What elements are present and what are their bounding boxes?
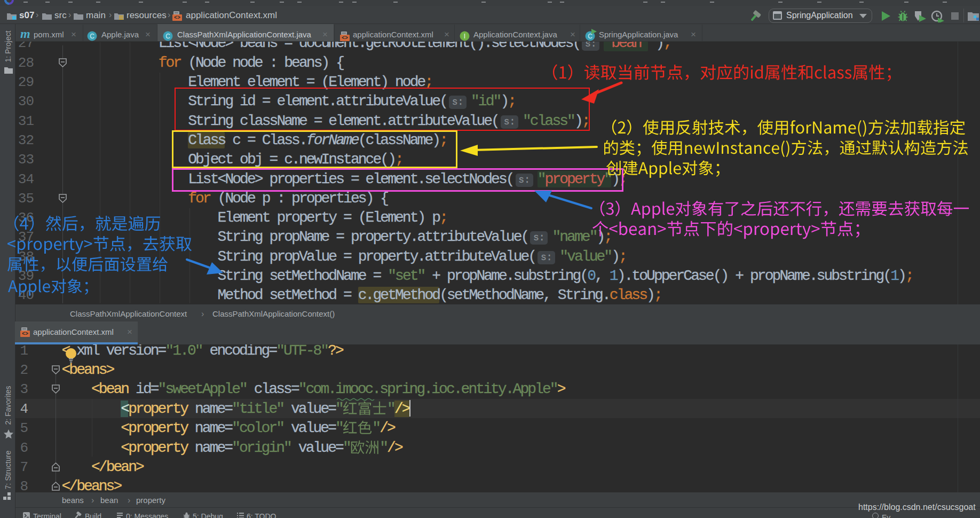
svg-text:I: I	[464, 33, 465, 40]
svg-text:C: C	[90, 33, 94, 40]
svg-text:<>: <>	[22, 331, 28, 337]
svg-text:<>: <>	[174, 15, 180, 21]
svg-text:C: C	[165, 33, 170, 40]
svg-text:<>: <>	[342, 35, 348, 41]
